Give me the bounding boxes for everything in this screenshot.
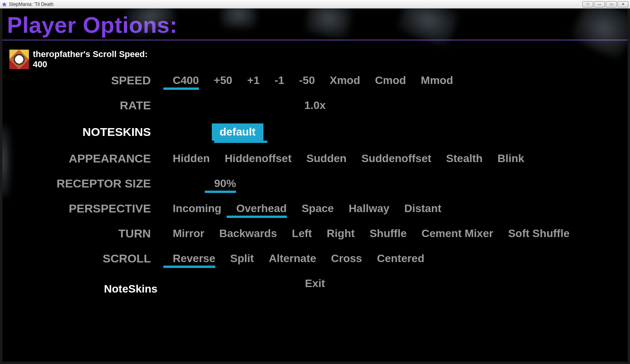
option-turn-right[interactable]: Right [324, 227, 357, 241]
row-values-appearance: HiddenHiddenoffsetSuddenSuddenoffsetStea… [170, 152, 628, 166]
row-label-receptor[interactable]: RECEPTOR SIZE [2, 177, 170, 190]
row-label-perspective[interactable]: PERSPECTIVE [2, 202, 170, 215]
game-area: Player Options: theropfather's Scroll Sp… [2, 9, 628, 362]
row-values-scroll: ReverseSplitAlternateCrossCentered [170, 252, 628, 266]
svg-marker-0 [2, 2, 7, 6]
row-values-rate: 1.0x [170, 98, 628, 112]
option-turn-backwards[interactable]: Backwards [217, 227, 279, 241]
option-appearance-suddenoffset[interactable]: Suddenoffset [359, 152, 434, 166]
option-perspective-incoming[interactable]: Incoming [170, 202, 224, 216]
option-speed-p50[interactable]: +50 [211, 73, 235, 87]
option-exit[interactable]: Exit [302, 277, 327, 291]
option-turn-left[interactable]: Left [290, 227, 314, 241]
option-appearance-hiddenoffset[interactable]: Hiddenoffset [222, 152, 294, 166]
option-turn-softshuffle[interactable]: Soft Shuffle [506, 227, 572, 241]
row-label-scroll[interactable]: SCROLL [2, 252, 170, 265]
window-maximize-button[interactable]: ▭ [606, 1, 617, 7]
option-turn-cement[interactable]: Cement Mixer [419, 227, 496, 241]
page-title: Player Options: [2, 9, 628, 38]
row-values-speed: C400+50+1-1-50XmodCmodMmod [170, 73, 628, 87]
row-values-turn: MirrorBackwardsLeftRightShuffleCement Mi… [170, 227, 628, 241]
option-scroll-split[interactable]: Split [228, 252, 256, 266]
option-perspective-space[interactable]: Space [299, 202, 336, 216]
row-values-noteskins: default [170, 123, 628, 141]
player-scroll-speed-value: 400 [33, 59, 148, 70]
player-avatar [9, 50, 29, 69]
window-titlebar: StepMania: 'Til Death □ — ▭ ✕ [0, 0, 630, 9]
option-appearance-sudden[interactable]: Sudden [304, 152, 349, 166]
app-icon [2, 2, 7, 7]
option-receptor-r90[interactable]: 90% [212, 177, 238, 191]
option-turn-mirror[interactable]: Mirror [170, 227, 207, 241]
option-scroll-alternate[interactable]: Alternate [267, 252, 319, 266]
window-title: StepMania: 'Til Death [9, 2, 54, 7]
row-values-exit: Exit [170, 277, 628, 291]
option-speed-m1[interactable]: -1 [272, 73, 286, 87]
row-label-rate[interactable]: RATE [2, 99, 170, 112]
option-rate-rate1[interactable]: 1.0x [302, 98, 328, 112]
options-grid: SPEEDC400+50+1-1-50XmodCmodMmodRATE1.0xN… [2, 73, 628, 291]
footer-description: NoteSkins [104, 283, 158, 295]
row-label-noteskins[interactable]: NOTESKINS [2, 126, 170, 138]
row-values-perspective: IncomingOverheadSpaceHallwayDistant [170, 202, 628, 216]
option-turn-shuffle[interactable]: Shuffle [367, 227, 409, 241]
option-scroll-centered[interactable]: Centered [374, 252, 426, 266]
row-label-speed[interactable]: SPEED [2, 74, 170, 87]
player-scroll-speed-label: theropfather's Scroll Speed: [33, 49, 148, 59]
option-speed-p1[interactable]: +1 [245, 73, 262, 87]
option-speed-mmod[interactable]: Mmod [419, 73, 455, 87]
row-values-receptor: 90% [170, 177, 628, 191]
option-appearance-stealth[interactable]: Stealth [444, 152, 485, 166]
window-close-button[interactable]: ✕ [617, 1, 628, 7]
row-label-turn[interactable]: TURN [2, 227, 170, 240]
option-appearance-hidden[interactable]: Hidden [170, 152, 212, 166]
option-speed-xmod[interactable]: Xmod [328, 73, 363, 87]
option-noteskins-default[interactable]: default [212, 123, 263, 141]
option-perspective-overhead[interactable]: Overhead [234, 202, 289, 216]
option-perspective-hallway[interactable]: Hallway [346, 202, 392, 216]
window-ghost-button[interactable]: □ [582, 1, 593, 7]
option-scroll-reverse[interactable]: Reverse [170, 252, 218, 266]
player-info: theropfather's Scroll Speed: 400 [2, 41, 628, 70]
option-speed-c400[interactable]: C400 [170, 73, 201, 87]
window-minimize-button[interactable]: — [594, 1, 605, 7]
option-speed-m50[interactable]: -50 [297, 73, 317, 87]
option-speed-cmod[interactable]: Cmod [373, 73, 408, 87]
option-scroll-cross[interactable]: Cross [329, 252, 364, 266]
option-appearance-blink[interactable]: Blink [495, 152, 526, 166]
row-label-appearance[interactable]: APPEARANCE [2, 152, 170, 165]
option-perspective-distant[interactable]: Distant [402, 202, 444, 216]
